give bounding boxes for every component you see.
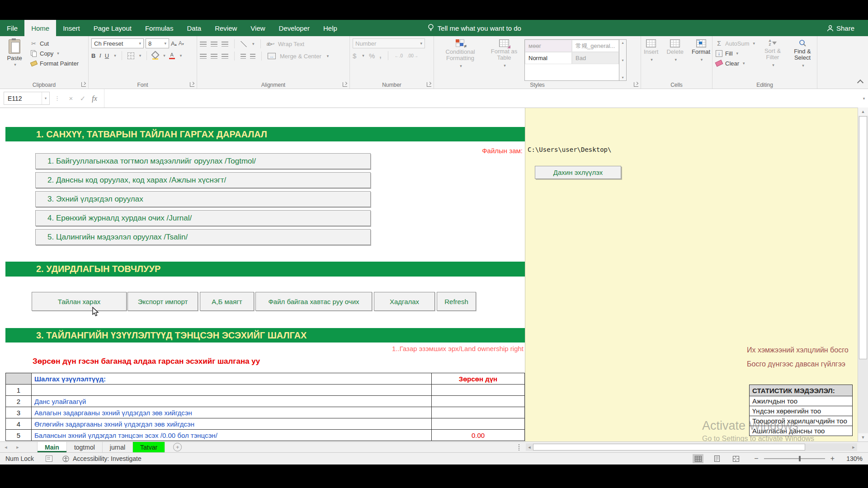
font-name-combo[interactable]: Ch Freeset▾ xyxy=(91,38,144,48)
new-sheet-button[interactable]: + xyxy=(173,443,182,451)
align-top-icon[interactable] xyxy=(200,42,207,47)
scroll-right-arrow[interactable]: ► xyxy=(850,445,857,450)
action-button[interactable]: Файл байгаа хавтас руу очих xyxy=(255,292,372,311)
cell-style-chip[interactable]: 常规_general... xyxy=(572,40,619,52)
tab-developer[interactable]: Developer xyxy=(272,20,316,36)
styles-dialog-launcher[interactable] xyxy=(634,82,638,87)
cancel-icon[interactable]: × xyxy=(65,94,77,102)
clipboard-dialog-launcher[interactable] xyxy=(81,82,86,87)
accessibility-status[interactable]: Accessibility: Investigate xyxy=(73,455,142,462)
tab-review[interactable]: Review xyxy=(208,20,244,36)
action-button[interactable]: Хадгалах xyxy=(374,292,435,311)
sort-filter-button[interactable]: AZ Sort & Filter▾ xyxy=(760,38,786,81)
zoom-level[interactable]: 130% xyxy=(841,455,863,462)
sheet-nav-right-arrow[interactable]: ► xyxy=(12,442,24,452)
check-table-row[interactable]: 4 Өглөгийн задаргааны эхний үлдэгдэл зөв… xyxy=(5,418,525,430)
increase-decimal-button[interactable]: ←.0 xyxy=(395,53,403,58)
tab-formulas[interactable]: Formulas xyxy=(138,20,180,36)
collapse-ribbon-button[interactable] xyxy=(857,80,863,86)
sheet-tab-jurnal[interactable]: jurnal xyxy=(103,442,133,452)
action-button[interactable]: Тайлан харах xyxy=(32,292,127,311)
underline-dropdown[interactable]: ▾ xyxy=(114,53,116,58)
grow-font-button[interactable]: A▴ xyxy=(171,40,177,47)
decrease-indent-icon[interactable] xyxy=(241,54,246,59)
horizontal-scrollbar[interactable]: ◄ ► xyxy=(526,443,857,451)
check-table-row[interactable]: 1 xyxy=(5,384,525,396)
format-painter-button[interactable]: Format Painter xyxy=(30,58,79,68)
vertical-scroll-thumb[interactable] xyxy=(859,116,867,359)
paste-button[interactable]: Paste ▾ xyxy=(3,38,26,68)
format-as-table-button[interactable]: Format as Table▾ xyxy=(486,38,523,81)
sheet-tab-togtmol[interactable]: togtmol xyxy=(67,442,103,452)
cell-style-chip[interactable]: Bad xyxy=(572,52,619,64)
zoom-out-button[interactable]: − xyxy=(754,455,758,463)
underline-button[interactable]: U xyxy=(105,52,109,59)
check-table-row[interactable]: 3 Авлагын задаргааны эхний үлдэгдэл зөв … xyxy=(5,407,525,418)
nav-button[interactable]: 2. Дансны код оруулах, код харах /Ажлын … xyxy=(35,172,371,188)
zoom-in-button[interactable]: + xyxy=(830,455,835,463)
italic-button[interactable]: I xyxy=(99,52,101,59)
page-layout-view-button[interactable] xyxy=(712,454,722,463)
copy-button[interactable]: Copy▾ xyxy=(30,48,79,58)
number-dialog-launcher[interactable] xyxy=(427,82,431,87)
bold-button[interactable]: B xyxy=(91,52,95,59)
styles-gallery-scroll[interactable]: ▴▾▾ xyxy=(619,39,627,81)
wrap-text-button[interactable]: Wrap Text xyxy=(278,41,304,47)
sheet-nav-left-arrow[interactable]: ◄ xyxy=(0,442,12,452)
increase-indent-icon[interactable] xyxy=(250,54,255,59)
zoom-slider[interactable] xyxy=(764,458,825,459)
paste-dropdown-arrow[interactable]: ▾ xyxy=(14,62,16,67)
insert-cells-button[interactable]: Insert▾ xyxy=(641,38,661,81)
formula-bar-splitter[interactable]: ⋮ xyxy=(54,95,61,102)
decrease-decimal-button[interactable]: .00→ xyxy=(407,53,418,58)
scroll-up-arrow[interactable]: ▲ xyxy=(858,108,868,116)
font-dialog-launcher[interactable] xyxy=(190,82,194,87)
tab-file[interactable]: File xyxy=(0,20,24,36)
normal-view-button[interactable] xyxy=(693,454,703,463)
horizontal-scroll-thumb[interactable] xyxy=(533,444,805,450)
share-button[interactable]: Share xyxy=(827,20,868,36)
align-right-icon[interactable] xyxy=(222,54,228,59)
clear-button[interactable]: Clear▾ xyxy=(715,58,755,68)
formula-bar-expand-arrow[interactable]: ▾ xyxy=(860,96,868,101)
find-select-button[interactable]: Find & Select▾ xyxy=(788,38,816,81)
name-box-dropdown-arrow[interactable]: ▾ xyxy=(42,92,49,104)
macro-record-icon[interactable] xyxy=(46,455,52,462)
align-center-icon[interactable] xyxy=(211,54,217,59)
delete-cells-button[interactable]: Delete▾ xyxy=(664,38,686,81)
cell-style-chip[interactable]: мөөг xyxy=(525,40,572,52)
insert-function-icon[interactable]: fx xyxy=(89,94,100,103)
cell-style-chip[interactable]: Normal xyxy=(525,52,572,64)
nav-button[interactable]: 5. Цалингийн мэдээлэл оруулах /Tsalin/ xyxy=(35,229,371,245)
fill-color-button[interactable] xyxy=(152,52,158,60)
borders-icon[interactable] xyxy=(127,52,134,59)
zoom-slider-handle[interactable] xyxy=(799,456,801,461)
sheet-tab-main[interactable]: Main xyxy=(37,442,67,452)
align-bottom-icon[interactable] xyxy=(222,42,228,47)
nav-button[interactable]: 3. Эхний үлдэгдэл оруулах xyxy=(35,191,371,207)
conditional-formatting-button[interactable]: ≠ Conditional Formatting▾ xyxy=(437,38,484,81)
tab-insert[interactable]: Insert xyxy=(56,20,87,36)
nav-button[interactable]: 1. Байгууллагынхаа тогтмол мэдээллийг ор… xyxy=(35,153,371,169)
fill-button[interactable]: ↓Fill▾ xyxy=(715,48,755,58)
nav-button[interactable]: 4. Ерөнхий журналд хурдан очих /Jurnal/ xyxy=(35,210,371,226)
action-button[interactable]: А,Б маягт xyxy=(200,292,254,311)
action-button[interactable]: Экспорт импорт xyxy=(127,292,198,311)
tab-data[interactable]: Data xyxy=(180,20,208,36)
tab-help[interactable]: Help xyxy=(316,20,344,36)
font-size-combo[interactable]: 8▾ xyxy=(146,38,169,48)
alignment-dialog-launcher[interactable] xyxy=(343,82,347,87)
tell-me-box[interactable]: Tell me what you want to do xyxy=(428,20,521,36)
orientation-icon[interactable] xyxy=(241,41,247,47)
formula-input[interactable] xyxy=(104,89,860,108)
tab-view[interactable]: View xyxy=(244,20,272,36)
shrink-font-button[interactable]: A▾ xyxy=(179,40,184,47)
vertical-scrollbar[interactable]: ▲ ▼ xyxy=(858,108,868,441)
tab-scroll-splitter[interactable] xyxy=(519,444,521,450)
align-middle-icon[interactable] xyxy=(211,42,217,47)
scroll-left-arrow[interactable]: ◄ xyxy=(526,445,533,450)
autosum-button[interactable]: ΣAutoSum▾ xyxy=(715,38,755,48)
tab-home[interactable]: Home xyxy=(24,20,56,36)
name-box[interactable]: E112 ▾ xyxy=(4,92,50,105)
cut-button[interactable]: ✂Cut xyxy=(30,38,79,48)
